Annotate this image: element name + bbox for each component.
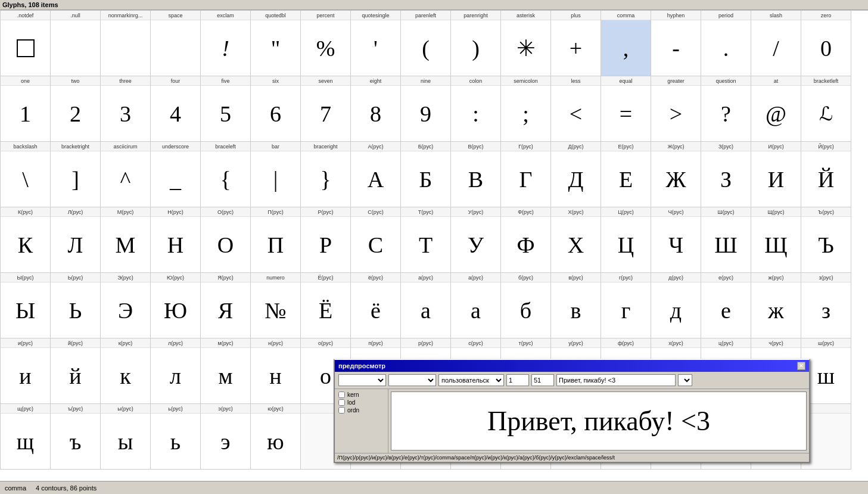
glyph-cell-e-rus[interactable]: е(рус) е [701, 273, 751, 338]
glyph-cell-nine[interactable]: nine 9 [401, 76, 451, 142]
glyph-cell-less[interactable]: less < [551, 76, 601, 142]
glyph-cell-Ch-rus[interactable]: Ч(рус) Ч [651, 207, 701, 273]
glyph-cell-Ya-rus[interactable]: Я(рус) Я [201, 273, 251, 338]
glyph-cell-I-rus[interactable]: И(рус) И [751, 142, 801, 207]
glyph-cell-four[interactable]: four 4 [151, 76, 201, 142]
glyph-cell-bracketleft[interactable]: bracketleft ℒ [801, 76, 851, 142]
glyph-cell-T-rus[interactable]: Т(рус) Т [401, 207, 451, 273]
glyph-cell-at[interactable]: at @ [751, 76, 801, 142]
glyph-cell-ij-rus[interactable]: й(рус) й [51, 338, 101, 404]
glyph-cell-question[interactable]: question ? [701, 76, 751, 142]
glyph-cell-yu-rus[interactable]: ю(рус) ю [251, 404, 301, 470]
glyph-cell-period[interactable]: period . [701, 11, 751, 76]
glyph-cell-b-rus[interactable]: б(рус) б [501, 273, 551, 338]
glyph-cell-Hrd-rus[interactable]: Ъ(рус) Ъ [801, 207, 851, 273]
glyph-cell-asciicircum[interactable]: asciicirum ^ [101, 142, 151, 207]
glyph-cell-null[interactable]: .null [51, 11, 101, 76]
glyph-cell-yeru-rus[interactable]: ы(рус) ы [101, 404, 151, 470]
glyph-cell-Erev-rus[interactable]: Э(рус) Э [101, 273, 151, 338]
preview-dropdown-2[interactable] [388, 374, 436, 386]
preview-close-button[interactable]: ✕ [797, 362, 805, 370]
glyph-cell-z-rus[interactable]: з(рус) з [801, 273, 851, 338]
glyph-grid-container[interactable]: .notdef .null nonmarkinrg... space excla… [0, 10, 868, 481]
glyph-cell-Z-rus[interactable]: З(рус) З [701, 142, 751, 207]
glyph-cell-hrd-rus[interactable]: ъ(рус) ъ [51, 404, 101, 470]
glyph-cell-zero[interactable]: zero 0 [801, 11, 851, 76]
kern-checkbox[interactable] [338, 392, 345, 398]
glyph-cell-K-rus[interactable]: К(рус) К [1, 207, 51, 273]
glyph-cell-R-rus[interactable]: Р(рус) Р [301, 207, 351, 273]
glyph-cell-eight[interactable]: eight 8 [351, 76, 401, 142]
glyph-cell-colon[interactable]: colon : [451, 76, 501, 142]
glyph-cell-six[interactable]: six 6 [251, 76, 301, 142]
glyph-cell-parenright[interactable]: parenright ) [451, 11, 501, 76]
glyph-cell-Shch-rus[interactable]: Щ(рус) Щ [751, 207, 801, 273]
glyph-cell-slash[interactable]: slash / [751, 11, 801, 76]
glyph-cell-i-rus[interactable]: и(рус) и [1, 338, 51, 404]
glyph-cell-Zh-rus[interactable]: Ж(рус) Ж [651, 142, 701, 207]
glyph-cell-quotesingle[interactable]: quotesingle ' [351, 11, 401, 76]
glyph-cell-Kh-rus[interactable]: Х(рус) Х [551, 207, 601, 273]
glyph-cell-n-rus[interactable]: н(рус) н [251, 338, 301, 404]
kern-checkbox-label[interactable]: kern [338, 392, 384, 398]
glyph-cell-yo-rus[interactable]: ё(рус) ё [351, 273, 401, 338]
lod-checkbox[interactable] [338, 399, 345, 406]
glyph-cell-underscore[interactable]: underscore _ [151, 142, 201, 207]
glyph-cell-bracketright[interactable]: bracketright ] [51, 142, 101, 207]
glyph-cell-S-rus[interactable]: С(рус) С [351, 207, 401, 273]
glyph-cell-E-rus[interactable]: Е(рус) Е [601, 142, 651, 207]
glyph-cell-N-rus[interactable]: Н(рус) Н [151, 207, 201, 273]
glyph-cell-hyphen[interactable]: hyphen - [651, 11, 701, 76]
glyph-cell-d-rus[interactable]: д(рус) д [651, 273, 701, 338]
glyph-cell-percent[interactable]: percent % [301, 11, 351, 76]
glyph-cell-space[interactable]: space [151, 11, 201, 76]
glyph-cell-k-rus[interactable]: к(рус) к [101, 338, 151, 404]
glyph-cell-a-rus[interactable]: а(рус) а [401, 273, 451, 338]
ordn-checkbox-label[interactable]: ordn [338, 407, 384, 414]
glyph-cell-comma[interactable]: comma , [601, 11, 651, 76]
preview-size-input[interactable] [506, 374, 529, 386]
glyph-cell-backslash[interactable]: backslash \ [1, 142, 51, 207]
glyph-cell-Ts-rus[interactable]: Ц(рус) Ц [601, 207, 651, 273]
glyph-cell-m-rus[interactable]: м(рус) м [201, 338, 251, 404]
glyph-cell-five[interactable]: five 5 [201, 76, 251, 142]
glyph-cell-zh-rus[interactable]: ж(рус) ж [751, 273, 801, 338]
glyph-cell-notdef[interactable]: .notdef [1, 11, 51, 76]
glyph-cell-G-rus[interactable]: Г(рус) Г [501, 142, 551, 207]
glyph-cell-Ij-rus[interactable]: Й(рус) Й [801, 142, 851, 207]
glyph-cell-nonmarking[interactable]: nonmarkinrg... [101, 11, 151, 76]
glyph-cell-v-rus[interactable]: в(рус) в [551, 273, 601, 338]
glyph-cell-two[interactable]: two 2 [51, 76, 101, 142]
preview-dropdown-4[interactable]: ▼ [678, 374, 692, 386]
glyph-cell-equal[interactable]: equal = [601, 76, 651, 142]
glyph-cell-V-rus[interactable]: В(рус) В [451, 142, 501, 207]
glyph-cell-Yu-rus[interactable]: Ю(рус) Ю [151, 273, 201, 338]
glyph-cell-Sh-rus[interactable]: Ш(рус) Ш [701, 207, 751, 273]
glyph-cell-plus[interactable]: plus + [551, 11, 601, 76]
glyph-cell-sft-rus[interactable]: ь(рус) ь [151, 404, 201, 470]
glyph-cell-greater[interactable]: greater > [651, 76, 701, 142]
glyph-cell-a2-rus[interactable]: а(рус) а [451, 273, 501, 338]
glyph-cell-numero[interactable]: numero № [251, 273, 301, 338]
glyph-cell-one[interactable]: one 1 [1, 76, 51, 142]
glyph-cell-seven[interactable]: seven 7 [301, 76, 351, 142]
glyph-cell-l-rus[interactable]: л(рус) л [151, 338, 201, 404]
glyph-cell-O-rus[interactable]: О(рус) О [201, 207, 251, 273]
glyph-cell-U-rus[interactable]: У(рус) У [451, 207, 501, 273]
glyph-cell-M-rus[interactable]: М(рус) М [101, 207, 151, 273]
glyph-cell-quotedbl[interactable]: quotedbl " [251, 11, 301, 76]
glyph-cell-braceright[interactable]: braceright } [301, 142, 351, 207]
glyph-cell-semicolon[interactable]: semicolon ; [501, 76, 551, 142]
glyph-cell-erev-rus[interactable]: э(рус) э [201, 404, 251, 470]
preview-text-input[interactable] [556, 374, 676, 386]
glyph-cell-A-rus[interactable]: А(рус) А [351, 142, 401, 207]
glyph-cell-F-rus[interactable]: Ф(рус) Ф [501, 207, 551, 273]
glyph-cell-asterisk[interactable]: asterisk ✳ [501, 11, 551, 76]
glyph-cell-Yeru-rus[interactable]: Ы(рус) Ы [1, 273, 51, 338]
glyph-cell-D-rus[interactable]: Д(рус) Д [551, 142, 601, 207]
glyph-cell-exclam[interactable]: exclam ! [201, 11, 251, 76]
glyph-cell-Sft-rus[interactable]: Ь(рус) Ь [51, 273, 101, 338]
preview-size2-input[interactable] [531, 374, 554, 386]
glyph-cell-braceleft[interactable]: braceleft { [201, 142, 251, 207]
glyph-cell-B-rus[interactable]: Б(рус) Б [401, 142, 451, 207]
